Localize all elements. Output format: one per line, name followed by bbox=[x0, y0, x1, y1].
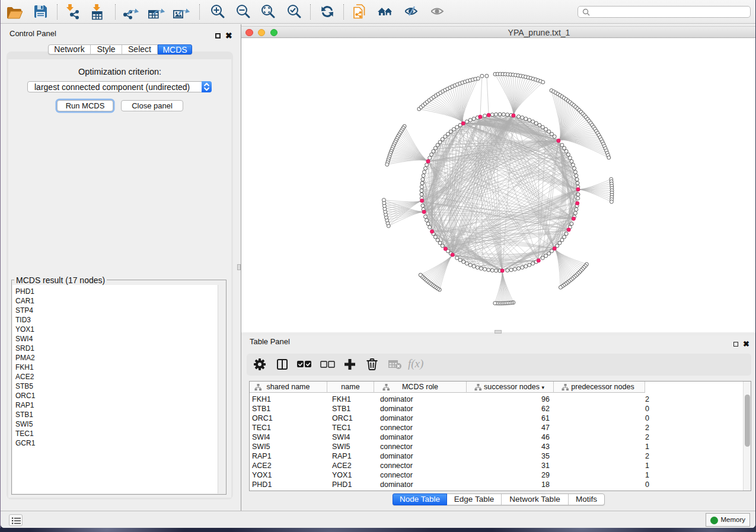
svg-text:f(x): f(x) bbox=[408, 358, 423, 370]
